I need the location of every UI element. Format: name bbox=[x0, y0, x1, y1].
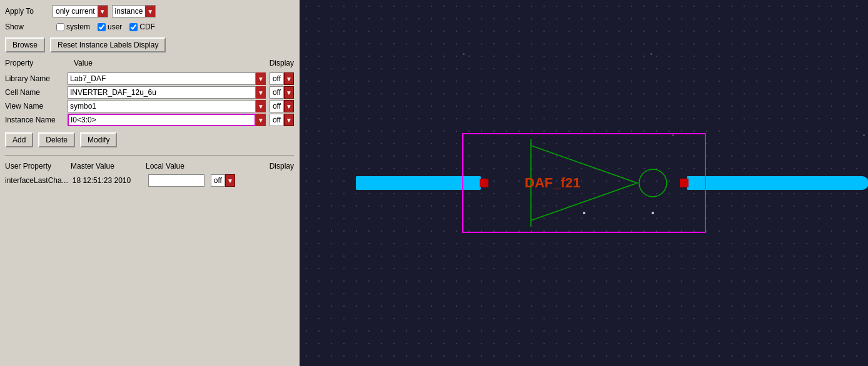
user-property-rows: interfaceLastCha...18 12:51:23 2010off▼ bbox=[5, 174, 294, 187]
scope-dropdown-arrow: ▼ bbox=[98, 6, 108, 17]
prop-arrow-btn-3[interactable]: ▼ bbox=[256, 114, 266, 126]
left-panel: Apply To only current ▼ instance ▼ Show … bbox=[0, 0, 300, 366]
display-dropdown-2: off▼ bbox=[270, 100, 294, 112]
prop-label-0: Library Name bbox=[5, 74, 68, 83]
browse-button[interactable]: Browse bbox=[5, 37, 45, 52]
display-dropdown-3: off▼ bbox=[270, 114, 294, 126]
prop-input-wrap-2: ▼ bbox=[68, 100, 266, 112]
user-prop-label-0: interfaceLastCha... bbox=[5, 176, 68, 185]
show-label: Show bbox=[5, 22, 49, 31]
prop-input-3[interactable] bbox=[68, 114, 256, 126]
canvas-dot-1 bbox=[463, 53, 465, 55]
local-value-input-0[interactable] bbox=[148, 174, 204, 187]
value-header: Value bbox=[68, 59, 256, 67]
property-rows: Library Name▼off▼Cell Name▼off▼View Name… bbox=[5, 72, 294, 127]
property-row-3: Instance Name▼off▼ bbox=[5, 114, 294, 126]
display-arrow-1[interactable]: ▼ bbox=[284, 86, 294, 99]
user-label: user bbox=[108, 22, 122, 31]
user-display-arrow-0[interactable]: ▼ bbox=[225, 174, 235, 187]
user-checkbox-item: user bbox=[98, 22, 122, 31]
canvas-dot-4 bbox=[863, 134, 865, 136]
user-checkbox[interactable] bbox=[98, 23, 106, 31]
user-property-header: User Property bbox=[5, 162, 71, 171]
prop-arrow-btn-2[interactable]: ▼ bbox=[256, 100, 266, 112]
scope-dropdown[interactable]: only current ▼ bbox=[53, 5, 108, 17]
browse-reset-row: Browse Reset Instance Labels Display bbox=[5, 35, 294, 55]
property-row-1: Cell Name▼off▼ bbox=[5, 86, 294, 99]
display-dropdown-1: off▼ bbox=[270, 86, 294, 99]
system-checkbox-item: system bbox=[56, 22, 90, 31]
user-property-headers: User Property Master Value Local Value D… bbox=[5, 161, 294, 172]
component-label: DAF_f21 bbox=[525, 175, 580, 191]
svg-point-1 bbox=[639, 169, 667, 197]
cdf-checkbox-item: CDF bbox=[129, 22, 155, 31]
type-dropdown-arrow: ▼ bbox=[145, 6, 155, 17]
system-checkbox[interactable] bbox=[56, 23, 64, 31]
component-box: DAF_f21 bbox=[462, 133, 706, 233]
prop-input-wrap-1: ▼ bbox=[68, 86, 266, 99]
property-header: Property bbox=[5, 59, 68, 67]
prop-label-2: View Name bbox=[5, 102, 68, 111]
user-prop-row-0: interfaceLastCha...18 12:51:23 2010off▼ bbox=[5, 174, 294, 187]
master-value-header: Master Value bbox=[71, 162, 146, 171]
prop-input-0[interactable] bbox=[68, 72, 256, 85]
prop-input-2[interactable] bbox=[68, 100, 256, 112]
display-value-0: off bbox=[270, 72, 284, 85]
cdf-label: CDF bbox=[139, 22, 155, 31]
display-arrow-0[interactable]: ▼ bbox=[284, 72, 294, 85]
system-label: system bbox=[66, 22, 90, 31]
prop-arrow-btn-1[interactable]: ▼ bbox=[256, 86, 266, 99]
property-row-0: Library Name▼off▼ bbox=[5, 72, 294, 85]
prop-label-3: Instance Name bbox=[5, 116, 68, 124]
apply-to-row: Apply To only current ▼ instance ▼ bbox=[5, 4, 294, 19]
display-value-2: off bbox=[270, 100, 284, 112]
reset-button[interactable]: Reset Instance Labels Display bbox=[50, 37, 166, 52]
display-arrow-3[interactable]: ▼ bbox=[284, 114, 294, 126]
component-schematic-svg bbox=[462, 133, 706, 233]
property-headers: Property Value Display bbox=[5, 57, 294, 69]
type-dropdown[interactable]: instance ▼ bbox=[112, 5, 156, 17]
prop-arrow-btn-0[interactable]: ▼ bbox=[256, 72, 266, 85]
display-value-3: off bbox=[270, 114, 284, 126]
local-value-header: Local Value bbox=[146, 162, 256, 171]
canvas-area: DAF_f21 bbox=[300, 0, 868, 366]
prop-input-wrap-0: ▼ bbox=[68, 72, 266, 85]
user-display-dropdown-0: off▼ bbox=[211, 174, 235, 187]
add-button[interactable]: Add bbox=[5, 132, 33, 147]
display-value-1: off bbox=[270, 86, 284, 99]
display-header: Display bbox=[256, 59, 294, 67]
show-row: Show system user CDF bbox=[5, 21, 294, 32]
delete-button[interactable]: Delete bbox=[38, 132, 75, 147]
canvas-dot-2 bbox=[650, 53, 652, 55]
apply-to-label: Apply To bbox=[5, 7, 49, 16]
prop-label-1: Cell Name bbox=[5, 88, 68, 97]
svg-point-3 bbox=[652, 212, 654, 214]
schematic-container: DAF_f21 bbox=[462, 133, 706, 233]
canvas-dot-3 bbox=[672, 134, 674, 136]
property-row-2: View Name▼off▼ bbox=[5, 100, 294, 112]
prop-input-1[interactable] bbox=[68, 86, 256, 99]
user-display-value-0: off bbox=[211, 174, 225, 187]
modify-button[interactable]: Modify bbox=[80, 132, 117, 147]
wire-right bbox=[687, 176, 868, 190]
cdf-checkbox[interactable] bbox=[129, 23, 138, 31]
action-buttons-row: Add Delete Modify bbox=[5, 130, 294, 150]
svg-point-2 bbox=[583, 212, 585, 214]
display-arrow-2[interactable]: ▼ bbox=[284, 100, 294, 112]
user-display-header: Display bbox=[256, 162, 294, 171]
master-value-0: 18 12:51:23 2010 bbox=[71, 176, 146, 185]
display-dropdown-0: off▼ bbox=[270, 72, 294, 85]
prop-input-wrap-3: ▼ bbox=[68, 114, 266, 126]
divider bbox=[5, 155, 294, 156]
